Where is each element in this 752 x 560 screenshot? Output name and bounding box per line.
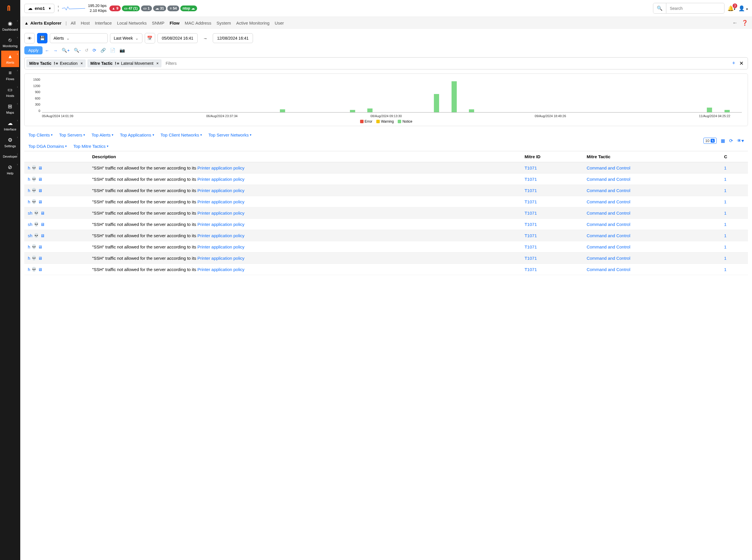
apply-button[interactable]: Apply [24, 46, 42, 54]
export-button[interactable]: 📄 [110, 48, 115, 53]
to-date[interactable]: 12/08/2024 16:41 [213, 33, 253, 43]
refresh-button[interactable]: ⟳ [93, 48, 96, 53]
mitre-tactic-link[interactable]: Command and Control [587, 244, 631, 249]
top-link-top-client-networks[interactable]: Top Client Networks [161, 133, 202, 137]
interface-selector[interactable]: ☁ eno1 [24, 4, 54, 13]
top-link-top-servers[interactable]: Top Servers [59, 133, 85, 137]
save-view-button[interactable]: 💾 [37, 33, 47, 43]
sidebar-item-dashboard[interactable]: ◉Dashboard [1, 17, 19, 34]
remove-filter-icon[interactable]: × [156, 61, 159, 66]
sidebar-item-alerts[interactable]: ▲Alerts [1, 51, 19, 67]
mitre-tactic-link[interactable]: Command and Control [587, 199, 631, 204]
status-badge[interactable]: ▲ 9 [110, 5, 121, 11]
from-date[interactable]: 05/08/2024 16:41 [157, 33, 198, 43]
mitre-tactic-link[interactable]: Command and Control [587, 188, 631, 193]
policy-link[interactable]: Printer application policy [197, 244, 245, 249]
policy-link[interactable]: Printer application policy [197, 222, 245, 227]
policy-link[interactable]: Printer application policy [197, 199, 245, 204]
prev-button[interactable]: ← [45, 48, 49, 53]
mitre-id-link[interactable]: T1071 [524, 177, 537, 182]
notifications-button[interactable]: 🔔▾ 3 [727, 5, 735, 12]
tab-user[interactable]: User [275, 21, 284, 25]
search-input[interactable] [666, 4, 724, 13]
mitre-id-link[interactable]: T1071 [524, 244, 537, 249]
tab-host[interactable]: Host [81, 21, 90, 25]
visibility-button[interactable]: 👁▾ [737, 138, 744, 143]
help-button[interactable]: ❓ [741, 20, 748, 26]
next-button[interactable]: → [53, 48, 58, 53]
zoom-out-button[interactable]: 🔍- [74, 48, 81, 53]
mitre-id-link[interactable]: T1071 [524, 211, 537, 216]
top-link-top-server-networks[interactable]: Top Server Networks [208, 133, 252, 137]
mitre-tactic-link[interactable]: Command and Control [587, 256, 631, 261]
refresh-table-button[interactable]: ⟳ [729, 138, 733, 143]
range-select[interactable]: Last Week [110, 33, 142, 43]
top-link-top-mitre-tactics[interactable]: Top Mitre Tactics [73, 144, 108, 149]
policy-link[interactable]: Printer application policy [197, 165, 245, 171]
add-filter-button[interactable]: + [732, 60, 735, 66]
calendar-button[interactable]: 📅 [145, 33, 155, 43]
tab-snmp[interactable]: SNMP [152, 21, 165, 25]
remove-filter-icon[interactable]: × [80, 61, 83, 66]
mitre-id-link[interactable]: T1071 [524, 165, 537, 171]
sidebar-item-developer[interactable]: Developer [1, 151, 19, 161]
mitre-id-link[interactable]: T1071 [524, 267, 537, 272]
tab-mac-address[interactable]: MAC Address [185, 21, 211, 25]
eye-button[interactable]: 👁 [24, 33, 35, 43]
mitre-tactic-link[interactable]: Command and Control [587, 267, 631, 272]
sidebar-item-help[interactable]: ⊘Help [1, 161, 19, 178]
top-link-top-applications[interactable]: Top Applications [120, 133, 154, 137]
policy-link[interactable]: Printer application policy [197, 256, 245, 261]
tab-local-networks[interactable]: Local Networks [117, 21, 147, 25]
mitre-id-link[interactable]: T1071 [524, 256, 537, 261]
columns-button[interactable]: ▦ [721, 138, 725, 143]
filter-chip[interactable]: Mitre Tactic != Lateral Movement × [88, 59, 161, 67]
mode-select[interactable]: Alerts [50, 33, 108, 43]
mitre-tactic-link[interactable]: Command and Control [587, 233, 631, 238]
zoom-in-button[interactable]: 🔍+ [62, 48, 70, 53]
sidebar-item-maps[interactable]: ⊞Maps [1, 100, 19, 117]
status-badge[interactable]: ☁ 31 [153, 5, 166, 11]
tab-interface[interactable]: Interface [95, 21, 112, 25]
policy-link[interactable]: Printer application policy [197, 267, 245, 272]
mitre-tactic-link[interactable]: Command and Control [587, 165, 631, 171]
status-badge[interactable]: ntop ☁ [180, 5, 197, 11]
sidebar-item-flows[interactable]: ≡Flows [1, 67, 19, 84]
tab-active-monitoring[interactable]: Active Monitoring [236, 21, 269, 25]
user-menu[interactable]: 👤 ▾ [738, 5, 748, 12]
mitre-id-link[interactable]: T1071 [524, 199, 537, 204]
table-header[interactable]: C [720, 151, 748, 162]
mitre-tactic-link[interactable]: Command and Control [587, 177, 631, 182]
status-badge[interactable]: ≡ 54 [167, 5, 179, 11]
top-link-top-clients[interactable]: Top Clients [28, 133, 53, 137]
policy-link[interactable]: Printer application policy [197, 177, 245, 182]
table-header[interactable]: Mitre ID [521, 151, 583, 162]
tab-all[interactable]: All [71, 21, 76, 25]
undo-button[interactable]: ↺ [85, 48, 89, 53]
table-header[interactable] [24, 151, 89, 162]
status-badge[interactable]: ▭ 47 (1) [122, 5, 140, 11]
top-link-top-alerts[interactable]: Top Alerts [92, 133, 114, 137]
filter-input[interactable] [164, 59, 727, 67]
top-link-top-dga-domains[interactable]: Top DGA Domains [28, 144, 67, 149]
policy-link[interactable]: Printer application policy [197, 211, 245, 216]
table-header[interactable]: Description [89, 151, 521, 162]
clear-filters-button[interactable]: ✕ [739, 60, 744, 66]
page-size-select[interactable]: 10⇅ [703, 138, 717, 144]
screenshot-button[interactable]: 📷 [119, 48, 125, 53]
mitre-id-link[interactable]: T1071 [524, 222, 537, 227]
tab-flow[interactable]: Flow [170, 21, 179, 25]
sidebar-item-hosts[interactable]: ▭Hosts [1, 84, 19, 100]
search-button[interactable]: 🔍 [653, 3, 666, 13]
policy-link[interactable]: Printer application policy [197, 233, 245, 238]
mitre-tactic-link[interactable]: Command and Control [587, 211, 631, 216]
sidebar-item-monitoring[interactable]: ⎋Monitoring [1, 34, 19, 51]
back-button[interactable]: ← [732, 20, 737, 26]
filter-chip[interactable]: Mitre Tactic != Execution × [26, 59, 86, 67]
status-badge[interactable]: ▭ 1 [141, 5, 152, 11]
ntop-logo[interactable] [4, 2, 16, 14]
policy-link[interactable]: Printer application policy [197, 188, 245, 193]
mitre-id-link[interactable]: T1071 [524, 188, 537, 193]
tab-system[interactable]: System [216, 21, 231, 25]
sidebar-item-settings[interactable]: ⚙Settings [1, 134, 19, 151]
